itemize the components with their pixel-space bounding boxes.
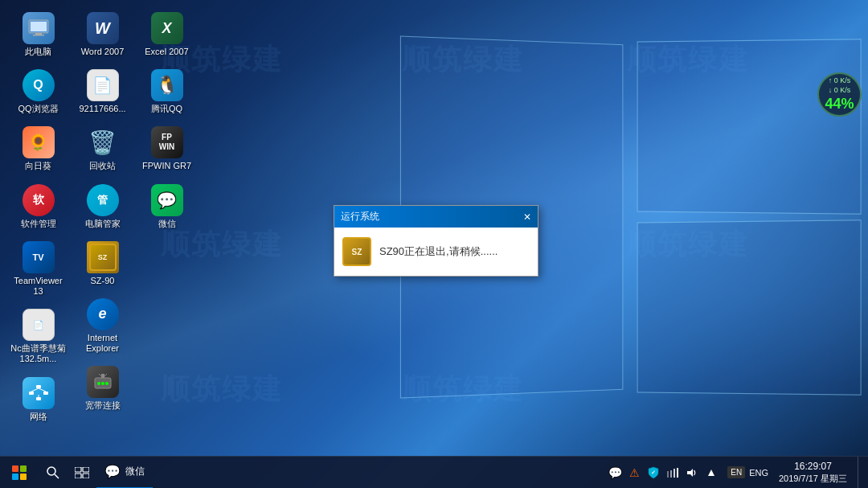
systray-icons: 💬 ⚠ ✓ bbox=[603, 465, 723, 481]
qq-icon-img: 🐧 bbox=[151, 69, 183, 101]
svg-rect-1 bbox=[31, 22, 47, 31]
svg-marker-29 bbox=[687, 469, 693, 477]
svg-line-17 bbox=[104, 374, 107, 376]
icon-recycle[interactable]: 🗑️ 回收站 bbox=[72, 122, 133, 175]
software-icon-img: 软 bbox=[23, 184, 55, 216]
tray-expand-icon[interactable] bbox=[703, 465, 719, 481]
svg-rect-28 bbox=[677, 468, 678, 478]
clock-area[interactable]: 16:29:07 2019/7/17 星期三 bbox=[772, 461, 854, 485]
dialog-app-icon: SZ bbox=[342, 237, 371, 266]
dialog-body: SZ SZ90正在退出,请稍候...... bbox=[334, 228, 538, 276]
svg-rect-25 bbox=[667, 471, 669, 478]
watermark-2: 顺筑绿建 bbox=[402, 40, 524, 80]
taskbar-wechat[interactable]: 💬 微信 bbox=[96, 457, 153, 489]
watermark-3: 顺筑绿建 bbox=[627, 40, 749, 80]
svg-point-12 bbox=[97, 382, 100, 385]
icon-software-label: 软件管理 bbox=[21, 219, 56, 229]
dialog-close-icon[interactable]: ✕ bbox=[523, 211, 531, 223]
diannaoguan-icon-img: 管 bbox=[87, 184, 119, 216]
icon-diannaoguan[interactable]: 管 电脑管家 bbox=[72, 180, 133, 233]
tray-shield-icon[interactable]: ✓ bbox=[645, 465, 661, 481]
icon-file2-label: 92117666... bbox=[79, 104, 125, 114]
svg-rect-5 bbox=[29, 392, 34, 395]
icon-fpwin[interactable]: FPWIN FPWIN GR7 bbox=[137, 122, 197, 175]
ie-icon-img: e bbox=[87, 298, 119, 330]
icon-sz90-label: SZ-90 bbox=[91, 276, 115, 286]
svg-text:✓: ✓ bbox=[651, 470, 656, 475]
icon-ie[interactable]: e Internet Explorer bbox=[72, 294, 133, 358]
icon-software[interactable]: 软 软件管理 bbox=[8, 180, 68, 233]
upload-speed: ↑ 0 K/s bbox=[829, 76, 851, 86]
icon-word[interactable]: W Word 2007 bbox=[72, 8, 133, 61]
svg-rect-22 bbox=[75, 474, 81, 478]
svg-rect-7 bbox=[36, 397, 41, 400]
task-view-button[interactable] bbox=[68, 457, 96, 489]
svg-marker-30 bbox=[708, 470, 714, 476]
svg-rect-4 bbox=[36, 385, 41, 388]
icon-xiangrizi-label: 向日葵 bbox=[25, 161, 51, 171]
tray-network-icon[interactable] bbox=[665, 465, 681, 481]
clock-date: 2019/7/17 星期三 bbox=[779, 473, 847, 484]
icon-xiangrizi[interactable]: 🌻 向日葵 bbox=[8, 122, 68, 175]
tray-warning-icon[interactable]: ⚠ bbox=[626, 465, 642, 481]
show-desktop-button[interactable] bbox=[858, 457, 864, 489]
tray-volume-icon[interactable] bbox=[684, 465, 700, 481]
icon-file2[interactable]: 📄 92117666... bbox=[72, 65, 133, 118]
icon-wechat-label: 微信 bbox=[158, 219, 176, 229]
svg-point-13 bbox=[101, 382, 104, 385]
icon-word-label: Word 2007 bbox=[81, 47, 125, 57]
start-button[interactable] bbox=[0, 457, 39, 489]
icon-wechat-desktop[interactable]: 💬 微信 bbox=[137, 180, 197, 233]
icon-teamviewer[interactable]: TV TeamViewer 13 bbox=[8, 237, 68, 301]
svg-rect-15 bbox=[101, 374, 104, 378]
sz90-icon-img: SZ bbox=[87, 241, 119, 273]
dialog-titlebar: 运行系统 ✕ bbox=[334, 206, 538, 228]
pc-icon-img bbox=[23, 12, 55, 44]
icon-pc[interactable]: 此电脑 bbox=[8, 8, 68, 61]
word-icon-img: W bbox=[87, 12, 119, 44]
xiangrizi-icon-img: 🌻 bbox=[23, 126, 55, 158]
svg-rect-23 bbox=[83, 474, 89, 478]
file2-icon-img: 📄 bbox=[87, 69, 119, 101]
icon-pc-label: 此电脑 bbox=[25, 47, 51, 57]
dialog-title: 运行系统 bbox=[341, 210, 379, 223]
tray-eng-label: ENG bbox=[749, 468, 768, 478]
svg-point-14 bbox=[105, 382, 108, 385]
broadband-icon-img bbox=[87, 366, 119, 398]
icon-excel-label: Excel 2007 bbox=[145, 47, 188, 57]
svg-rect-20 bbox=[75, 467, 81, 472]
svg-point-18 bbox=[47, 467, 55, 475]
network-icon-img bbox=[23, 377, 55, 409]
dialog-box[interactable]: 运行系统 ✕ SZ SZ90正在退出,请稍候...... bbox=[334, 205, 538, 277]
svg-rect-6 bbox=[43, 392, 48, 395]
icon-diannaoguan-label: 电脑管家 bbox=[85, 219, 121, 229]
qq-browser-icon-img: Q bbox=[23, 69, 55, 101]
svg-line-9 bbox=[39, 388, 46, 392]
taskbar-wechat-icon: 💬 bbox=[104, 464, 121, 479]
svg-rect-3 bbox=[33, 35, 44, 36]
taskbar-wechat-label: 微信 bbox=[125, 465, 145, 478]
icon-qq-browser-label: QQ浏览器 bbox=[18, 104, 58, 114]
watermark-6: 顺筑绿建 bbox=[627, 225, 749, 265]
taskbar-search-button[interactable] bbox=[39, 457, 68, 489]
svg-rect-26 bbox=[670, 470, 672, 478]
fpwin-icon-img: FPWIN bbox=[151, 126, 183, 158]
icon-network-label: 网络 bbox=[30, 412, 47, 422]
icon-ie-label: Internet Explorer bbox=[75, 333, 130, 354]
icon-teamviewer-label: TeamViewer 13 bbox=[10, 276, 66, 297]
svg-rect-21 bbox=[83, 467, 89, 472]
tray-wechat-icon[interactable]: 💬 bbox=[607, 465, 623, 481]
icon-qq-label: 腾讯QQ bbox=[151, 104, 182, 114]
tray-language-button[interactable]: EN bbox=[727, 466, 745, 478]
icon-recycle-label: 回收站 bbox=[89, 161, 116, 171]
icon-sz90[interactable]: SZ SZ-90 bbox=[72, 237, 133, 290]
icon-broadband[interactable]: 宽带连接 bbox=[72, 362, 133, 415]
icon-qq[interactable]: 🐧 腾讯QQ bbox=[137, 65, 197, 118]
icon-excel[interactable]: X Excel 2007 bbox=[137, 8, 197, 61]
icon-nc[interactable]: 📄 Nc曲谱季慧菊132.5m... bbox=[8, 305, 68, 368]
icon-network[interactable]: 网络 bbox=[8, 373, 68, 426]
desktop: 顺筑绿建 顺筑绿建 顺筑绿建 顺筑绿建 顺筑绿建 顺筑绿建 顺筑绿建 顺筑绿建 … bbox=[0, 0, 868, 488]
svg-line-19 bbox=[55, 474, 59, 478]
icon-qq-browser[interactable]: Q QQ浏览器 bbox=[8, 65, 68, 118]
dialog-message: SZ90正在退出,请稍候...... bbox=[379, 244, 497, 259]
